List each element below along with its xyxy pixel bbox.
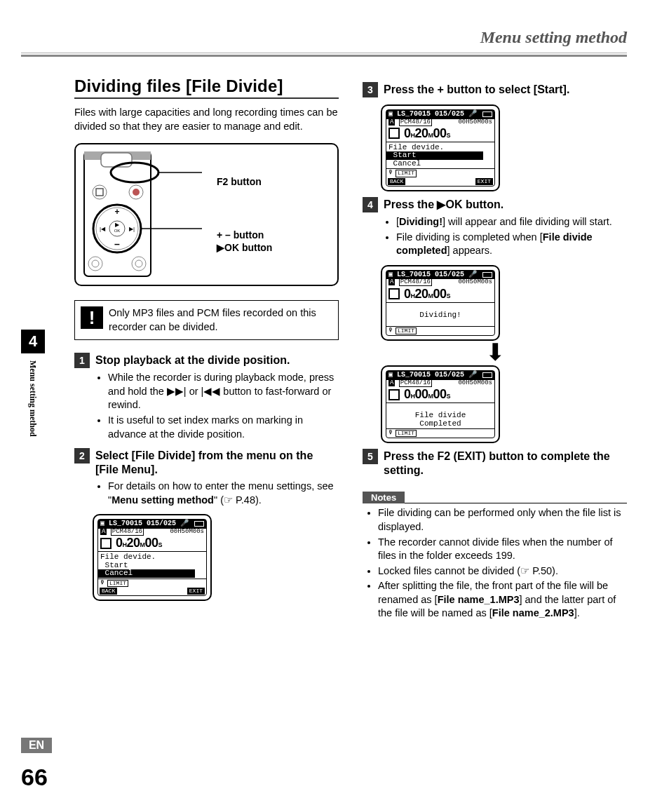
- note-item: Locked files cannot be divided (☞ P.50).: [378, 564, 627, 578]
- step-1: 1 Stop playback at the divide position.: [74, 353, 339, 368]
- svg-text:OK: OK: [114, 229, 121, 233]
- step-num: 5: [363, 449, 378, 464]
- svg-text:–: –: [114, 238, 120, 250]
- note-item: The recorder cannot divide files when th…: [378, 536, 627, 563]
- svg-point-7: [133, 189, 140, 196]
- note-item: After splitting the file, the front part…: [378, 579, 627, 621]
- step-title: Press the F2 (EXIT) button to complete t…: [384, 449, 627, 478]
- svg-text:|◀: |◀: [100, 226, 106, 232]
- step-num: 3: [363, 82, 378, 97]
- lcd-screen-start: ▣ LS_70015 015/025 🎤 A PCM48/1600H50M00s…: [381, 104, 500, 191]
- bullet: [Dividing!] will appear and file dividin…: [396, 215, 627, 229]
- svg-text:+: +: [114, 207, 119, 217]
- bullet: For details on how to enter the menu set…: [108, 480, 339, 507]
- device-svg: ▶ OK + – |◀ ▶|: [81, 151, 204, 278]
- lcd-screen-completed: ▣ LS_70015 015/025 🎤 A PCM48/1600H50M00s…: [381, 365, 500, 443]
- svg-point-19: [132, 257, 146, 271]
- step-1-bullets: While the recorder is during playback mo…: [74, 371, 339, 441]
- step-title: Press the + button to select [Start].: [384, 83, 569, 97]
- callout-f2: F2 button: [217, 175, 272, 188]
- section-title: Dividing files [File Divide]: [74, 76, 339, 99]
- device-callouts: F2 button + – button ▶OK button: [217, 175, 272, 255]
- language-badge: EN: [21, 738, 52, 753]
- header-rule: [21, 53, 627, 57]
- svg-rect-2: [101, 153, 132, 167]
- left-column: Dividing files [File Divide] Files with …: [74, 76, 339, 628]
- bullet: While the recorder is during playback mo…: [108, 371, 339, 412]
- svg-rect-4: [93, 185, 107, 199]
- intro-text: Files with large capacities and long rec…: [74, 106, 339, 133]
- step-num: 2: [74, 448, 90, 463]
- svg-point-17: [88, 257, 102, 271]
- step-2-bullets: For details on how to enter the menu set…: [74, 480, 339, 507]
- svg-text:▶: ▶: [115, 222, 120, 228]
- svg-text:▶|: ▶|: [129, 226, 135, 232]
- step-3: 3 Press the + button to select [Start].: [363, 82, 627, 97]
- lcd-screen-dividing: ▣ LS_70015 015/025 🎤 A PCM48/1600H50M00s…: [381, 265, 500, 341]
- bullet: It is useful to set index marks on marki…: [108, 414, 339, 441]
- step-title: Press the ▶OK button.: [384, 198, 504, 212]
- step-5: 5 Press the F2 (EXIT) button to complete…: [363, 449, 627, 478]
- warning-note: ! Only MP3 files and PCM files recorded …: [74, 300, 339, 340]
- right-column: 3 Press the + button to select [Start]. …: [363, 76, 627, 628]
- device-diagram: ▶ OK + – |◀ ▶| F2 button: [74, 143, 339, 286]
- step-title: Select [File Divide] from the menu on th…: [95, 449, 339, 477]
- step-4: 4 Press the ▶OK button.: [363, 197, 627, 212]
- arrow-down-icon: ⬇: [363, 346, 627, 358]
- chapter-side-tab: 4 Menu setting method: [21, 330, 45, 437]
- notes-list: File dividing can be performed only when…: [363, 506, 627, 621]
- step-4-bullets: [Dividing!] will appear and file dividin…: [363, 215, 627, 258]
- step-num: 1: [74, 353, 90, 368]
- running-header: Menu setting method: [21, 28, 627, 47]
- note-item: File dividing can be performed only when…: [378, 506, 627, 534]
- lcd-screen-cancel: ▣ LS_70015 015/025 🎤 A PCM48/1600H50M00s…: [93, 514, 212, 601]
- bullet: File dividing is completed when [File di…: [396, 231, 627, 258]
- callout-plusminus: + – button: [217, 229, 272, 241]
- chapter-label: Menu setting method: [21, 360, 38, 437]
- page-number: 66: [21, 764, 48, 791]
- step-title: Stop playback at the divide position.: [95, 353, 290, 367]
- step-2: 2 Select [File Divide] from the menu on …: [74, 448, 339, 477]
- warning-text: Only MP3 files and PCM files recorded on…: [109, 301, 338, 339]
- notes-heading: Notes: [363, 492, 405, 503]
- chapter-number: 4: [21, 330, 45, 353]
- callout-ok: ▶OK button: [217, 241, 272, 254]
- step-num: 4: [363, 197, 378, 212]
- warning-icon: !: [81, 306, 103, 329]
